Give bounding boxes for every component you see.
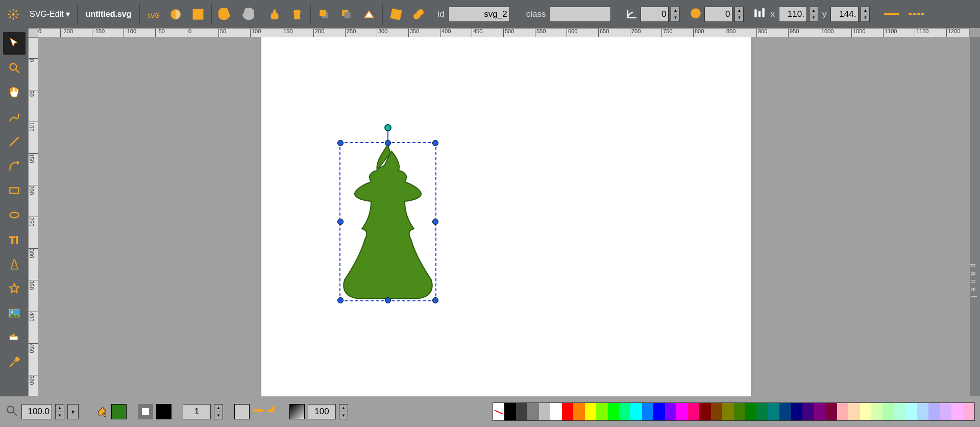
palette-color[interactable]	[619, 403, 630, 420]
class-input[interactable]	[550, 7, 611, 22]
angle-spinner[interactable]: ▲▼	[671, 7, 680, 22]
palette-color[interactable]	[516, 403, 527, 420]
group-button[interactable]	[359, 4, 379, 25]
linecap-icon[interactable]	[253, 405, 264, 418]
palette-color[interactable]	[734, 403, 745, 420]
palette-color[interactable]	[791, 403, 802, 420]
main-menu-icon[interactable]	[3, 4, 23, 25]
spinner-down-icon[interactable]: ▼	[56, 412, 64, 419]
spinner-down-icon[interactable]: ▼	[339, 412, 348, 419]
palette-color[interactable]	[665, 403, 676, 420]
image-tool[interactable]	[3, 302, 26, 324]
zoom-icon[interactable]	[5, 404, 18, 419]
x-input[interactable]	[779, 7, 807, 22]
blur-input[interactable]	[704, 7, 732, 22]
opacity-input[interactable]	[308, 404, 336, 419]
select-tool[interactable]	[3, 32, 26, 55]
spinner-up-icon[interactable]: ▲	[861, 7, 869, 15]
linejoin-icon[interactable]	[267, 405, 278, 418]
grid-button[interactable]	[188, 4, 208, 25]
edit-source-button[interactable]: sVG	[143, 4, 163, 25]
spinner-up-icon[interactable]: ▲	[56, 405, 64, 412]
selected-shape[interactable]	[339, 142, 436, 301]
palette-color[interactable]	[951, 403, 963, 420]
undo-button[interactable]	[215, 4, 235, 25]
palette-color[interactable]	[711, 403, 722, 420]
delete-button[interactable]	[287, 4, 307, 25]
wireframe-button[interactable]	[165, 4, 186, 25]
angle-input[interactable]	[641, 7, 669, 22]
palette-color[interactable]	[504, 403, 516, 420]
zoom-menu-button[interactable]: ▼	[67, 404, 79, 419]
pencil-tool[interactable]	[3, 106, 26, 128]
palette-color[interactable]	[653, 403, 665, 420]
ellipse-tool[interactable]	[3, 204, 26, 226]
move-bottom-button[interactable]	[336, 4, 357, 25]
zoom-tool[interactable]	[3, 57, 26, 79]
app-menu-button[interactable]: SVG-Edit ▾	[26, 7, 74, 21]
spinner-up-icon[interactable]: ▲	[339, 405, 348, 412]
stroke-dash-option[interactable]	[909, 13, 924, 15]
palette-color[interactable]	[917, 403, 928, 420]
palette-color[interactable]	[894, 403, 905, 420]
palette-color[interactable]	[940, 403, 951, 420]
fill-swatch[interactable]	[111, 404, 127, 419]
palette-color[interactable]	[814, 403, 825, 420]
placemark-tool[interactable]	[3, 326, 26, 349]
id-input[interactable]	[449, 7, 510, 22]
palette-color[interactable]	[642, 403, 653, 420]
zoom-input[interactable]	[21, 404, 52, 419]
opacity-spinner[interactable]: ▲▼	[339, 404, 348, 419]
spinner-up-icon[interactable]: ▲	[214, 405, 223, 412]
palette-color[interactable]	[585, 403, 596, 420]
opacity-swatch[interactable]	[289, 404, 305, 419]
spinner-down-icon[interactable]: ▼	[861, 14, 869, 21]
zoom-spinner[interactable]: ▲▼	[55, 404, 64, 419]
spinner-down-icon[interactable]: ▼	[810, 14, 818, 21]
stroke-swatch-outer[interactable]	[138, 404, 153, 419]
clone-button[interactable]	[264, 4, 285, 25]
palette-color[interactable]	[756, 403, 768, 420]
spinner-up-icon[interactable]: ▲	[735, 7, 743, 15]
palette-color[interactable]	[676, 403, 688, 420]
shapelib-tool[interactable]	[3, 253, 26, 275]
palette-color[interactable]	[905, 403, 917, 420]
palette-color[interactable]	[928, 403, 940, 420]
canvas[interactable]	[261, 37, 751, 396]
palette-color[interactable]	[745, 403, 756, 420]
rect-tool[interactable]	[3, 179, 26, 202]
palette-color[interactable]	[825, 403, 837, 420]
palette-color[interactable]	[768, 403, 779, 420]
side-panel-handle[interactable]: p a n e l	[970, 37, 980, 396]
palette-color[interactable]	[722, 403, 733, 420]
align-icon[interactable]	[753, 7, 766, 22]
line-tool[interactable]	[3, 130, 26, 153]
spinner-down-icon[interactable]: ▼	[671, 14, 679, 21]
redo-button[interactable]	[237, 4, 258, 25]
eyedropper-tool[interactable]	[3, 351, 26, 373]
convert-path-button[interactable]	[386, 4, 406, 25]
spinner-down-icon[interactable]: ▼	[214, 412, 223, 419]
palette-none[interactable]	[493, 403, 504, 420]
palette-color[interactable]	[688, 403, 699, 420]
palette-color[interactable]	[539, 403, 550, 420]
palette-color[interactable]	[527, 403, 538, 420]
stroke-solid-option[interactable]	[884, 13, 899, 15]
blur-spinner[interactable]: ▲▼	[734, 7, 744, 22]
x-spinner[interactable]: ▲▼	[809, 7, 818, 22]
palette-color[interactable]	[630, 403, 642, 420]
move-top-button[interactable]	[314, 4, 334, 25]
palette-color[interactable]	[608, 403, 619, 420]
spinner-up-icon[interactable]: ▲	[810, 7, 818, 15]
palette-color[interactable]	[848, 403, 860, 420]
path-tool[interactable]	[3, 155, 26, 177]
palette-color[interactable]	[562, 403, 573, 420]
filename-label[interactable]: untitled.svg	[81, 10, 137, 19]
stroke-width-input[interactable]	[183, 404, 211, 419]
stroke-swatch[interactable]	[156, 404, 172, 419]
palette-color[interactable]	[963, 403, 974, 420]
palette-color[interactable]	[860, 403, 871, 420]
text-tool[interactable]: T	[3, 228, 26, 251]
palette-color[interactable]	[883, 403, 894, 420]
palette-color[interactable]	[802, 403, 814, 420]
